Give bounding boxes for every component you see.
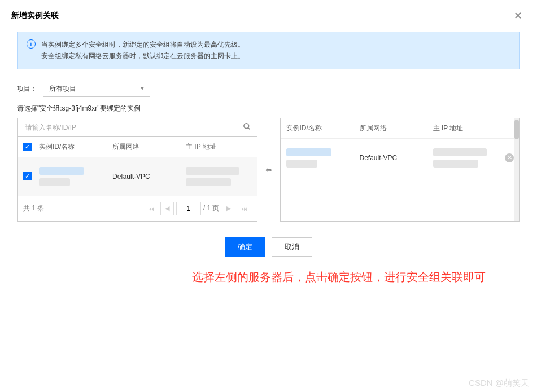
- bind-instruction: 请选择"安全组:sg-3fj4m9xr"要绑定的实例: [17, 104, 520, 113]
- swap-icon: ⇔: [263, 163, 274, 177]
- remove-icon[interactable]: ✕: [505, 153, 514, 162]
- instance-id-redacted: [39, 167, 84, 175]
- annotation-text: 选择左侧的服务器后，点击确定按钮，进行安全组关联即可: [192, 270, 486, 285]
- search-input[interactable]: [23, 118, 243, 136]
- col-ip-header-r: 主 IP 地址: [433, 124, 494, 133]
- page-first-button[interactable]: ⏮: [145, 202, 158, 215]
- row-network-r: Default-VPC: [360, 154, 433, 162]
- select-all-checkbox[interactable]: ✓: [23, 143, 32, 151]
- info-line-1: 当实例绑定多个安全组时，新绑定的安全组将自动设为最高优先级。: [41, 39, 245, 50]
- instance-name-redacted: [39, 178, 70, 186]
- page-last-button[interactable]: ⏭: [238, 202, 251, 215]
- project-label: 项目：: [17, 84, 37, 94]
- row-checkbox[interactable]: ✓: [23, 172, 32, 180]
- info-icon: i: [27, 39, 36, 49]
- table-row: Default-VPC ✕: [281, 139, 520, 177]
- search-icon[interactable]: [243, 122, 251, 133]
- row-network: Default-VPC: [112, 173, 186, 180]
- page-prev-button[interactable]: ◀: [160, 202, 174, 215]
- ip-redacted-r2: [433, 160, 478, 168]
- info-banner: i 当实例绑定多个安全组时，新绑定的安全组将自动设为最高优先级。 安全组绑定私有…: [17, 32, 520, 69]
- confirm-button[interactable]: 确定: [225, 237, 265, 257]
- col-ip-header: 主 IP 地址: [186, 142, 251, 152]
- ip-redacted: [186, 167, 239, 175]
- pagination: 共 1 条 ⏮ ◀ / 1 页 ▶ ⏭: [18, 196, 257, 221]
- info-line-2: 安全组绑定私有网络云服务器时，默认绑定在云服务器的主网卡上。: [41, 50, 245, 61]
- page-input[interactable]: [176, 202, 201, 215]
- target-panel: 实例ID/名称 所属网络 主 IP 地址 Default-VPC: [280, 118, 521, 222]
- modal-title: 新增实例关联: [11, 11, 59, 21]
- project-selected-value: 所有项目: [49, 85, 76, 93]
- project-select[interactable]: 所有项目: [43, 81, 150, 97]
- source-table-header: ✓ 实例ID/名称 所属网络 主 IP 地址: [18, 137, 257, 157]
- watermark: CSDN @萌笑天: [469, 378, 529, 389]
- col-network-header-r: 所属网络: [360, 124, 433, 133]
- page-suffix: / 1 页: [203, 204, 220, 213]
- info-text: 当实例绑定多个安全组时，新绑定的安全组将自动设为最高优先级。 安全组绑定私有网络…: [41, 39, 245, 62]
- target-table-header: 实例ID/名称 所属网络 主 IP 地址: [281, 118, 520, 139]
- col-id-header: 实例ID/名称: [39, 142, 112, 152]
- scrollbar[interactable]: [514, 118, 519, 221]
- instance-name-redacted-r: [286, 160, 317, 168]
- ip-redacted-2: [186, 178, 231, 186]
- svg-point-0: [243, 124, 248, 129]
- table-row[interactable]: ✓ Default-VPC: [18, 157, 257, 196]
- col-network-header: 所属网络: [112, 142, 186, 152]
- ip-redacted-r: [433, 148, 487, 156]
- close-icon[interactable]: ✕: [510, 8, 526, 23]
- page-next-button[interactable]: ▶: [222, 202, 235, 215]
- source-panel: ✓ 实例ID/名称 所属网络 主 IP 地址 ✓ Default-VPC 共 1…: [17, 118, 257, 222]
- svg-line-1: [248, 127, 250, 129]
- instance-id-redacted-r: [286, 148, 331, 156]
- col-id-header-r: 实例ID/名称: [286, 124, 360, 133]
- cancel-button[interactable]: 取消: [272, 237, 312, 257]
- pagination-total: 共 1 条: [23, 204, 44, 213]
